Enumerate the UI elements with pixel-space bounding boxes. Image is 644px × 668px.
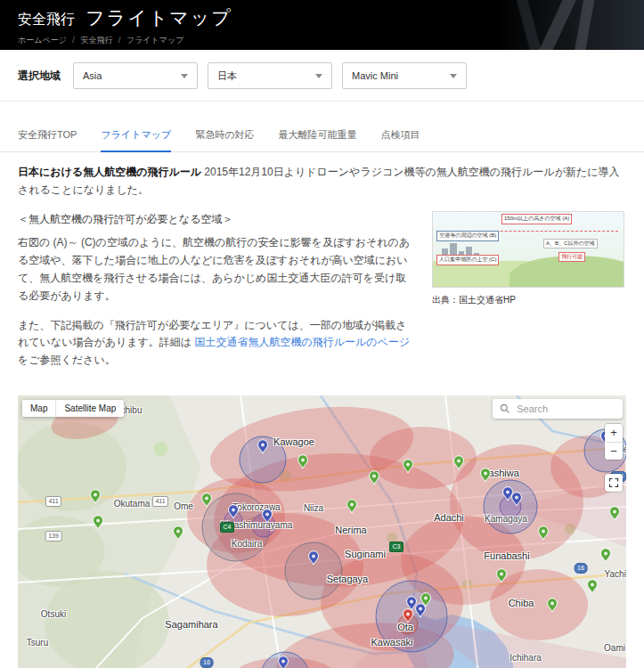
page: 安全飛行 フライトマップ ホームページ / 安全飛行 / フライトマップ 選択地… <box>0 0 644 668</box>
mlit-rules-link[interactable]: 国土交通省無人航空機の飛行ルールのページ <box>194 336 410 348</box>
chevron-down-icon <box>181 74 188 78</box>
map-canvas[interactable]: ChichibuKawagoeTorideKashiwaOkutamaOmeTo… <box>18 395 626 668</box>
intro-paragraph: 日本における無人航空機の飛行ルール 2015年12月10日よりドローンやラジコン… <box>18 164 626 200</box>
region-select[interactable]: Mavic Mini <box>342 62 467 89</box>
paragraph-airspace: 右図の (A)～ (C)の空域のように、航空機の航行の安全に影響を及ぼすおそれの… <box>18 234 416 305</box>
figure-label: 人口集中地区の上空 (C) <box>436 255 499 265</box>
region-label: 選択地域 <box>18 69 61 84</box>
fullscreen-button[interactable] <box>605 474 623 492</box>
map-type-toggle: Map Satellite Map <box>22 400 124 417</box>
search-icon <box>500 403 509 414</box>
tab-item[interactable]: フライトマップ <box>101 123 171 152</box>
region-select[interactable]: 日本 <box>208 62 332 89</box>
paragraph-note: また、下記掲載の『飛行許可が必要なエリア』については、一部の地域が掲載されていな… <box>18 317 416 370</box>
region-selects: Asia日本Mavic Mini <box>73 62 467 89</box>
map-search[interactable] <box>493 399 623 419</box>
tab-item[interactable]: 最大離陸可能重量 <box>279 123 357 151</box>
zoom-out-button[interactable]: − <box>605 442 623 460</box>
map-base-svg <box>18 395 626 668</box>
map-view-button[interactable]: Map <box>22 400 56 417</box>
chevron-down-icon <box>450 74 457 78</box>
breadcrumb: ホームページ / 安全飛行 / フライトマップ <box>18 35 644 46</box>
breadcrumb-home[interactable]: ホームページ <box>18 36 67 45</box>
select-value: 日本 <box>217 69 237 83</box>
satellite-view-button[interactable]: Satellite Map <box>56 400 124 417</box>
tab-item[interactable]: 点検項目 <box>381 123 420 151</box>
note-text-after: をご参照ください。 <box>18 354 116 366</box>
chevron-down-icon <box>315 74 322 78</box>
region-select[interactable]: Asia <box>73 62 198 89</box>
figure-label: 飛行可能 <box>558 252 585 263</box>
airspace-figure: 150m以上の高さの空域 (A)空港等の周辺の空域 (B)人口集中地区の上空 (… <box>432 211 626 381</box>
breadcrumb-safety[interactable]: 安全飛行 <box>80 36 112 45</box>
figure-caption: 出典：国土交通省HP <box>432 293 626 308</box>
search-input[interactable] <box>515 403 615 415</box>
section-title: ＜無人航空機の飛行許可が必要となる空域＞ <box>18 211 416 229</box>
figure-buildings <box>442 212 495 287</box>
breadcrumb-current: フライトマップ <box>126 36 183 45</box>
select-value: Mavic Mini <box>352 70 398 81</box>
page-title-main: フライトマップ <box>86 7 232 28</box>
fullscreen-icon <box>608 477 619 488</box>
zoom-control: + − <box>605 424 623 460</box>
breadcrumb-separator: / <box>118 36 121 45</box>
figure-canvas: 150m以上の高さの空域 (A)空港等の周辺の空域 (B)人口集中地区の上空 (… <box>432 211 624 288</box>
breadcrumb-separator: / <box>72 36 75 45</box>
figure-label: 空港等の周辺の空域 (B) <box>436 231 499 241</box>
tabs: 安全飛行TOPフライトマップ緊急時の対応最大離陸可能重量点検項目 <box>0 123 644 152</box>
page-title-category: 安全飛行 <box>18 12 75 27</box>
zoom-in-button[interactable]: + <box>605 424 623 442</box>
tab-item[interactable]: 安全飛行TOP <box>18 123 77 151</box>
region-selector-row: 選択地域 Asia日本Mavic Mini <box>0 50 644 102</box>
content: 日本における無人航空機の飛行ルール 2015年12月10日よりドローンやラジコン… <box>0 152 644 381</box>
intro-bold-text: 日本における無人航空機の飛行ルール <box>18 166 201 178</box>
header: 安全飛行 フライトマップ ホームページ / 安全飛行 / フライトマップ <box>0 0 644 50</box>
figure-label: 150m以上の高さの空域 (A) <box>501 214 572 224</box>
figure-label: A、B、C以外の空域 <box>543 239 597 249</box>
page-title: 安全飛行 フライトマップ <box>18 5 644 30</box>
tab-item[interactable]: 緊急時の対応 <box>195 123 254 151</box>
select-value: Asia <box>83 70 102 81</box>
